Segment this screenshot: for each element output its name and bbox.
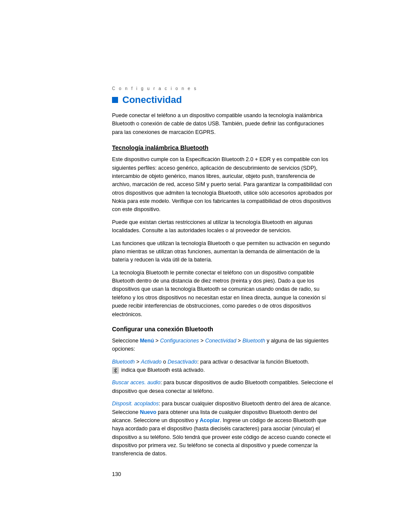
subsection1-para1: Este dispositivo cumple con la Especific… [112,156,333,214]
item3-text: Disposit. acoplados: para buscar cualqui… [112,400,333,458]
item3-link3: Acoplar [200,417,220,423]
breadcrumb-config: Configuraciones [160,338,199,344]
item1-or: o [162,359,168,365]
item3-link1: Disposit. acoplados [112,401,159,407]
item1-sep: > [135,359,141,365]
breadcrumb-bluetooth: Bluetooth [243,338,265,344]
item2-link1: Buscar acces. audio [112,380,161,386]
section-label: C o n f i g u r a c i o n e s [112,86,333,91]
page-number: 130 [112,471,333,477]
subsection2-breadcrumb: Seleccione Menú > Configuraciones > Cone… [112,337,333,354]
breadcrumb-sep2: > [199,338,205,344]
subsection1-para4: La tecnología Bluetooth le permite conec… [112,269,333,319]
section-title-text: Conectividad [122,94,182,106]
subsection1-title: Tecnología inalámbrica Bluetooth [112,144,333,151]
section-title: Conectividad [112,94,333,106]
content-area: C o n f i g u r a c i o n e s Conectivid… [0,0,411,512]
breadcrumb-prefix: Seleccione [112,338,138,344]
breadcrumb-sep1: > [154,338,160,344]
breadcrumb-connectivity: Conectividad [205,338,236,344]
item1-link2: Activado [141,359,162,365]
breadcrumb-menu: Menú [140,338,154,344]
bluetooth-active-icon [112,367,119,374]
item1-link3: Desactivado [168,359,197,365]
item2-text: Buscar acces. audio: para buscar disposi… [112,379,333,395]
subsection1-para2: Puede que existan ciertas restricciones … [112,218,333,235]
subsection2-title: Configurar una conexión Bluetooth [112,326,333,333]
item1-after: : para activar o desactivar la función B… [197,359,309,365]
section-title-square-icon [112,97,118,103]
subsection1-para3: Las funciones que utilizan la tecnología… [112,240,333,264]
item3-link2: Nuevo [140,409,156,415]
page: C o n f i g u r a c i o n e s Conectivid… [0,0,411,532]
item1-text: Bluetooth > Activado o Desactivado: para… [112,358,333,375]
intro-text: Puede conectar el teléfono a un disposit… [112,112,333,137]
breadcrumb-sep3: > [236,338,242,344]
item1-link1: Bluetooth [112,359,135,365]
item1-icon-text: indica que Bluetooth está activado. [121,367,205,373]
